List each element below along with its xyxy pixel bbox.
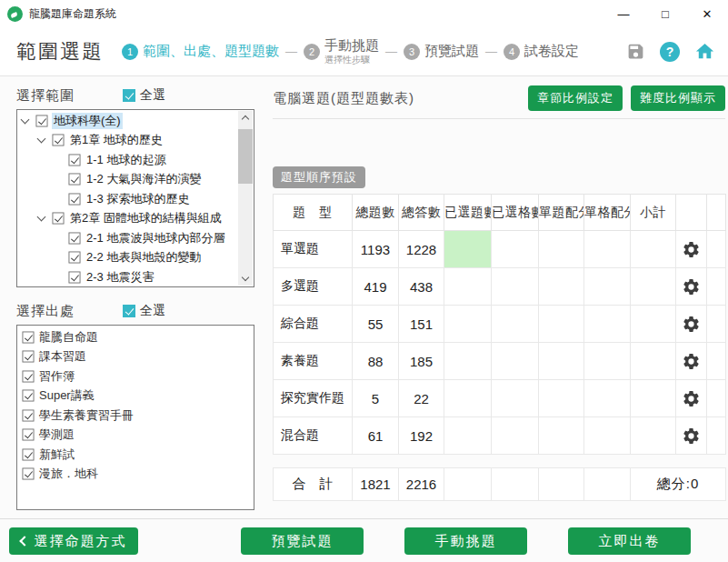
checkbox-checked-icon[interactable] — [52, 135, 64, 146]
tree-item[interactable]: 1-2 大氣與海洋的演變 — [18, 170, 237, 190]
source-select-all[interactable]: 全選 — [123, 303, 165, 319]
scroll-down-icon[interactable] — [238, 272, 253, 286]
preview-questions-button[interactable]: 預覽試題 — [241, 527, 364, 555]
selected-count-cell[interactable] — [444, 380, 492, 417]
source-item[interactable]: Super講義 — [17, 386, 254, 406]
tree-item[interactable]: 2-2 地表與地殼的變動 — [18, 248, 237, 268]
gear-icon[interactable] — [682, 389, 701, 408]
selected-count-cell[interactable] — [444, 306, 492, 343]
wizard-step-4[interactable]: 4試卷設定 — [504, 43, 579, 60]
source-item[interactable]: 龍騰自命題 — [17, 327, 254, 347]
main-panel: 電腦選題(題型題數表) 章節比例設定 難度比例顯示 題型順序預設 題 型總題數總… — [273, 85, 725, 501]
chevron-down-icon[interactable] — [37, 135, 46, 144]
scrollbar-thumb[interactable] — [238, 129, 253, 184]
selected-count-cell[interactable] — [444, 417, 492, 455]
save-icon[interactable] — [624, 41, 646, 63]
wizard-step-1[interactable]: 1範圍、出處、題型題數 — [122, 43, 279, 60]
wizard-step-2[interactable]: 2手動挑題選擇性步驟 — [304, 37, 379, 66]
main-title: 電腦選題(題型題數表) — [273, 90, 414, 107]
gear-icon[interactable] — [682, 352, 701, 371]
per-question-score-cell[interactable] — [539, 380, 584, 417]
question-order-tag[interactable]: 題型順序預設 — [273, 166, 365, 188]
minimize-button[interactable]: — — [603, 0, 644, 27]
checkbox-checked-icon[interactable] — [22, 448, 34, 460]
scope-select-all[interactable]: 全選 — [123, 87, 165, 104]
chevron-down-icon[interactable] — [37, 213, 46, 222]
checkbox-checked-icon[interactable] — [22, 331, 34, 343]
checkbox-checked-icon[interactable] — [68, 154, 80, 166]
source-item-label: 漫旅．地科 — [39, 466, 98, 482]
checkbox-checked-icon[interactable] — [68, 232, 80, 244]
scrollbar-track[interactable] — [238, 125, 253, 272]
selected-count-cell[interactable] — [444, 268, 492, 306]
source-item[interactable]: 學生素養實習手冊 — [17, 406, 254, 426]
selected-grid-cell[interactable] — [492, 417, 539, 455]
gear-icon[interactable] — [682, 427, 701, 446]
checkbox-checked-icon[interactable] — [68, 252, 80, 264]
tree-item[interactable]: 1-1 地球的起源 — [18, 150, 237, 170]
chapter-ratio-button[interactable]: 章節比例設定 — [528, 85, 623, 111]
checkbox-checked-icon[interactable] — [22, 390, 34, 402]
checkbox-checked-icon[interactable] — [123, 305, 135, 317]
checkbox-checked-icon[interactable] — [22, 468, 34, 480]
back-to-method-button[interactable]: 選擇命題方式 — [9, 527, 138, 555]
selected-grid-cell[interactable] — [492, 343, 539, 380]
step-number: 2 — [304, 44, 320, 60]
checkbox-checked-icon[interactable] — [123, 89, 135, 102]
score-value: 0 — [691, 476, 699, 491]
checkbox-checked-icon[interactable] — [68, 193, 80, 205]
per-question-score-cell[interactable] — [539, 231, 584, 268]
chevron-down-icon[interactable] — [21, 115, 30, 124]
source-item[interactable]: 習作簿 — [17, 366, 254, 386]
home-icon[interactable] — [693, 41, 715, 63]
selected-grid-cell[interactable] — [492, 380, 539, 417]
selected-grid-cell[interactable] — [492, 231, 539, 268]
source-item[interactable]: 課本習題 — [17, 347, 254, 367]
per-question-score-cell[interactable] — [539, 306, 584, 343]
checkbox-checked-icon[interactable] — [52, 213, 64, 225]
selected-grid-cell[interactable] — [492, 268, 539, 306]
close-button[interactable]: ✕ — [686, 0, 728, 27]
source-item[interactable]: 學測題 — [17, 426, 254, 446]
checkbox-checked-icon[interactable] — [68, 271, 80, 283]
checkbox-checked-icon[interactable] — [22, 409, 34, 421]
tree-item[interactable]: 1-3 探索地球的歷史 — [18, 189, 237, 209]
manual-pick-button[interactable]: 手動挑題 — [404, 527, 527, 555]
per-grid-score-cell[interactable] — [584, 231, 631, 268]
per-grid-score-cell[interactable] — [584, 268, 631, 306]
selected-count-cell[interactable] — [444, 231, 492, 268]
tree-item[interactable]: 2-1 地震波與地球內部分層 — [18, 228, 237, 248]
source-item[interactable]: 漫旅．地科 — [17, 465, 254, 485]
per-grid-score-cell[interactable] — [584, 380, 631, 417]
gear-icon[interactable] — [682, 315, 701, 334]
selected-grid-cell[interactable] — [492, 306, 539, 343]
window-controls: — □ ✕ — [603, 0, 728, 27]
generate-paper-button[interactable]: 立即出卷 — [568, 527, 691, 555]
help-icon[interactable]: ? — [660, 42, 680, 62]
checkbox-checked-icon[interactable] — [68, 174, 80, 186]
gear-icon[interactable] — [682, 240, 701, 259]
per-question-score-cell[interactable] — [539, 417, 584, 455]
tree-item[interactable]: 第1章 地球的歷史 — [18, 131, 237, 151]
tree-item[interactable]: 第2章 固體地球的結構與組成 — [18, 209, 237, 229]
checkbox-checked-icon[interactable] — [22, 370, 34, 382]
difficulty-ratio-button[interactable]: 難度比例顯示 — [631, 85, 725, 111]
scroll-up-icon[interactable] — [238, 111, 253, 125]
gear-icon[interactable] — [682, 277, 701, 296]
per-question-score-cell[interactable] — [539, 268, 584, 306]
checkbox-checked-icon[interactable] — [35, 115, 47, 126]
source-item[interactable]: 新鮮試 — [17, 445, 254, 465]
selected-count-cell[interactable] — [444, 343, 492, 380]
per-grid-score-cell[interactable] — [584, 306, 631, 343]
wizard-step-3[interactable]: 3預覽試題 — [404, 43, 479, 60]
checkbox-checked-icon[interactable] — [22, 429, 34, 441]
window-title: 龍騰題庫命題系統 — [29, 6, 116, 22]
maximize-button[interactable]: □ — [644, 0, 686, 27]
checkbox-checked-icon[interactable] — [22, 351, 34, 363]
tree-item[interactable]: 2-3 地震災害 — [18, 267, 237, 286]
tree-scrollbar[interactable] — [238, 111, 253, 286]
per-grid-score-cell[interactable] — [584, 417, 631, 455]
tree-item[interactable]: 地球科學(全) — [18, 111, 237, 131]
per-question-score-cell[interactable] — [539, 343, 584, 380]
per-grid-score-cell[interactable] — [584, 343, 631, 380]
